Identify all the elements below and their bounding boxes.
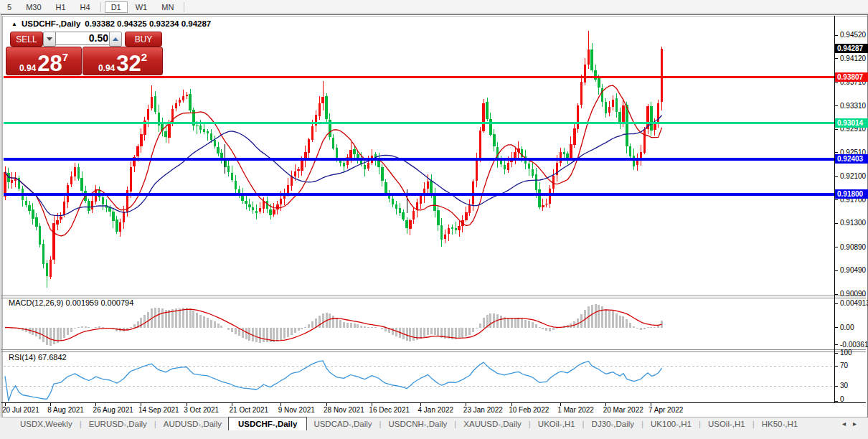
- chart-tab-audusd-daily[interactable]: AUDUSD-,Daily: [157, 420, 228, 428]
- macd-axis-label: -0.003614: [840, 341, 868, 349]
- rsi-axis-label: 30: [840, 382, 848, 390]
- sell-price-pips: 28: [37, 55, 62, 72]
- date-axis-label: 23 Jan 2022: [463, 406, 503, 414]
- sell-button[interactable]: SELL: [10, 32, 43, 47]
- macd-indicator-label: MACD(12,26,9) 0.001959 0.000794: [9, 298, 133, 307]
- sell-price-point: 7: [62, 52, 68, 62]
- level-price-badge: 0.92403: [835, 154, 868, 164]
- date-axis-label: 8 Aug 2021: [47, 406, 84, 414]
- chart-tab-usdcnh-daily[interactable]: USDCNH-,Daily: [382, 420, 454, 428]
- price-axis-label: 0.94520: [840, 31, 866, 39]
- volume-decrease-button[interactable]: [43, 32, 56, 47]
- buy-button[interactable]: BUY: [125, 32, 162, 47]
- date-axis-label: 26 Aug 2021: [93, 406, 133, 414]
- volume-increase-button[interactable]: [109, 32, 122, 47]
- buy-price-point: 2: [141, 52, 147, 62]
- collapse-panel-icon[interactable]: ▲: [11, 21, 17, 27]
- buy-price-prefix: 0.94: [98, 64, 115, 72]
- chart-tab-eurusd-daily[interactable]: EURUSD-,Daily: [82, 420, 154, 428]
- price-axis-label: 0.90090: [840, 290, 866, 298]
- chart-tab-hk50-h1[interactable]: HK50-,H1: [755, 420, 805, 428]
- date-axis-label: 21 Oct 2021: [230, 406, 268, 414]
- triangle-up-icon: [113, 37, 118, 41]
- price-axis-label: 0.93310: [840, 102, 866, 110]
- date-axis-label: 20 Jul 2021: [2, 406, 39, 414]
- chart-tab-uk100-h1[interactable]: UK100-,H1: [644, 420, 698, 428]
- chart-tab-xauusd-daily[interactable]: XAUUSD-,Daily: [457, 420, 528, 428]
- date-axis-label: 1 Mar 2022: [557, 406, 594, 414]
- rsi-axis-label: 70: [840, 362, 848, 369]
- sell-price-prefix: 0.94: [19, 64, 36, 72]
- date-axis-label: 14 Sep 2021: [138, 406, 179, 414]
- date-axis-label: 20 Mar 2022: [603, 406, 643, 414]
- date-axis-label: 4 Jan 2022: [418, 406, 454, 414]
- chart-ohlc-values: 0.93382 0.94325 0.93234 0.94287: [85, 19, 211, 28]
- macd-axis-label: 0.00: [840, 324, 854, 331]
- date-axis-label: 28 Nov 2021: [324, 406, 364, 414]
- current-price-badge: 0.94287: [835, 44, 868, 53]
- level-price-badge: 0.93014: [835, 118, 868, 128]
- price-axis-label: 0.90490: [840, 266, 866, 274]
- price-axis-label: 0.92100: [840, 172, 866, 180]
- date-axis-label: 7 Apr 2022: [648, 406, 683, 414]
- price-axis-label: 0.91300: [840, 219, 866, 227]
- macd-axis-label: 0.004913: [840, 299, 868, 307]
- rsi-indicator-label: RSI(14) 67.6842: [9, 353, 67, 362]
- date-axis-label: 16 Dec 2021: [369, 406, 410, 414]
- date-axis-label: 9 Nov 2021: [278, 406, 315, 414]
- chart-title: ▲ USDCHF-,Daily 0.93382 0.94325 0.93234 …: [11, 19, 211, 28]
- tab-scroll-arrows[interactable]: ◂▸: [842, 420, 864, 428]
- rsi-axis-label: 0: [840, 395, 844, 403]
- sell-price-tile[interactable]: 0.94 28 7: [6, 47, 82, 75]
- date-axis-label: 10 Feb 2022: [509, 406, 549, 414]
- chart-tab-dj30-daily[interactable]: DJ30-,Daily: [585, 420, 641, 428]
- chart-tab-usdchf-daily[interactable]: USDCHF-,Daily: [228, 417, 307, 430]
- chart-symbol-label: USDCHF-,Daily: [22, 19, 80, 28]
- price-axis-label: 0.90890: [840, 243, 866, 251]
- chart-tab-usdx-weekly[interactable]: USDX,Weekly: [14, 420, 79, 428]
- chart-tab-usdcad-daily[interactable]: USDCAD-,Daily: [307, 420, 378, 428]
- level-price-badge: 0.93807: [835, 72, 868, 82]
- mt4-terminal: 5M30H1H4D1W1MN ▲ USDCHF-,Daily 0.93382 0…: [0, 0, 868, 439]
- buy-price-tile[interactable]: 0.94 32 2: [82, 47, 163, 75]
- level-price-badge: 0.91800: [835, 189, 868, 199]
- buy-price-pips: 32: [116, 55, 141, 72]
- price-axis-label: 0.94120: [840, 55, 866, 62]
- chart-tab-ukoil-h1[interactable]: UKOil-,H1: [532, 420, 582, 428]
- chart-tab-usoil-h1[interactable]: USOil-,H1: [702, 420, 752, 428]
- chart-tab-bar: USDX,Weekly|EURUSD-,Daily|AUDUSD-,DailyU…: [1, 417, 867, 430]
- rsi-axis-label: 100: [840, 349, 852, 357]
- date-axis-label: 3 Oct 2021: [184, 406, 219, 414]
- triangle-down-icon: [47, 37, 52, 41]
- volume-input[interactable]: 0.50: [55, 32, 113, 45]
- one-click-trading-panel: SELL 0.50 BUY 0.94 28 7 0.94 32 2: [6, 32, 161, 72]
